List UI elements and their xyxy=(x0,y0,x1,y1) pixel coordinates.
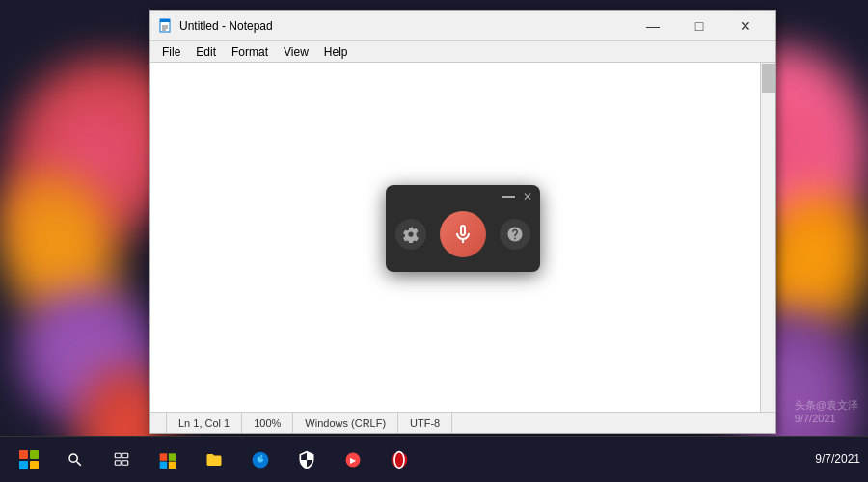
voice-buttons-row xyxy=(395,211,530,257)
menu-edit[interactable]: Edit xyxy=(188,41,224,62)
edge-button[interactable] xyxy=(239,441,282,479)
start-button[interactable] xyxy=(8,441,50,479)
voice-help-button[interactable] xyxy=(500,219,530,250)
menu-bar: File Edit Format View Help xyxy=(150,41,775,63)
svg-rect-11 xyxy=(160,461,168,469)
close-button[interactable]: ✕ xyxy=(723,13,768,40)
win-logo-yellow xyxy=(30,461,39,469)
menu-view[interactable]: View xyxy=(276,41,316,62)
voice-mic-button[interactable] xyxy=(440,211,486,257)
status-bar: Ln 1, Col 1 100% Windows (CRLF) UTF-8 xyxy=(150,412,775,433)
status-zoom: 100% xyxy=(242,413,293,433)
win-logo-blue xyxy=(19,461,28,469)
store-icon xyxy=(297,450,316,469)
svg-rect-9 xyxy=(160,453,168,461)
search-button[interactable] xyxy=(54,441,96,479)
svg-rect-7 xyxy=(115,460,121,465)
win-logo-red xyxy=(19,450,28,459)
app1-icon xyxy=(158,450,177,469)
menu-file[interactable]: File xyxy=(154,41,188,62)
notepad-content-area: ✕ xyxy=(150,63,775,412)
vertical-scrollbar[interactable] xyxy=(760,63,775,412)
windows-logo-icon xyxy=(19,450,39,469)
scrollbar-thumb[interactable] xyxy=(762,64,775,93)
music-icon: ▶ xyxy=(344,451,362,469)
folder-icon xyxy=(204,451,224,469)
status-position: Ln 1, Col 1 xyxy=(166,413,242,433)
voice-settings-button[interactable] xyxy=(395,219,426,250)
notepad-app-icon xyxy=(158,18,174,34)
clock-time: 9/7/2021 xyxy=(815,451,860,468)
opera-icon xyxy=(390,450,409,469)
title-bar: Untitled - Notepad — □ ✕ xyxy=(150,11,775,41)
svg-rect-12 xyxy=(169,461,176,469)
edge-icon xyxy=(251,450,270,469)
svg-rect-5 xyxy=(115,453,121,458)
store-button[interactable] xyxy=(285,441,328,479)
search-icon xyxy=(67,451,84,469)
window-title: Untitled - Notepad xyxy=(179,19,631,33)
taskbar: ▶ 9/7/2021 xyxy=(0,436,868,482)
notepad-window: Untitled - Notepad — □ ✕ File Edit Forma… xyxy=(149,10,776,434)
taskbar-app-1[interactable] xyxy=(147,441,189,479)
svg-point-15 xyxy=(392,451,408,468)
voice-minimize-button[interactable] xyxy=(502,196,515,198)
menu-help[interactable]: Help xyxy=(316,41,356,62)
task-view-button[interactable] xyxy=(100,441,143,479)
taskbar-right: 9/7/2021 xyxy=(815,451,860,468)
status-encoding: UTF-8 xyxy=(398,413,452,433)
svg-rect-6 xyxy=(122,453,128,458)
voice-close-button[interactable]: ✕ xyxy=(523,190,532,203)
voice-overlay-titlebar: ✕ xyxy=(386,185,540,208)
opera-button[interactable] xyxy=(378,441,420,479)
status-line-ending: Windows (CRLF) xyxy=(293,413,398,433)
win-logo-green xyxy=(30,450,39,459)
watermark: 头条@袁文泽 9/7/2021 xyxy=(795,398,858,424)
svg-rect-8 xyxy=(122,460,128,465)
music-button[interactable]: ▶ xyxy=(332,441,374,479)
window-controls: — □ ✕ xyxy=(631,13,768,40)
menu-format[interactable]: Format xyxy=(224,41,276,62)
taskbar-apps: ▶ xyxy=(8,441,420,479)
system-clock: 9/7/2021 xyxy=(815,451,860,468)
voice-input-overlay: ✕ xyxy=(386,185,540,272)
maximize-button[interactable]: □ xyxy=(677,13,721,40)
minimize-button[interactable]: — xyxy=(631,13,675,40)
file-explorer-button[interactable] xyxy=(193,441,235,479)
svg-rect-10 xyxy=(169,453,176,461)
svg-rect-1 xyxy=(160,19,170,22)
task-view-icon xyxy=(113,451,130,469)
svg-text:▶: ▶ xyxy=(350,456,357,465)
